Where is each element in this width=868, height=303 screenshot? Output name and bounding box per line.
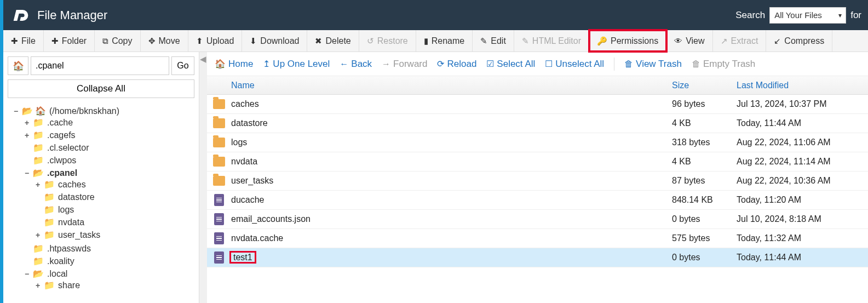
- file-size: 87 bytes: [672, 176, 737, 186]
- file-modified: Today, 11:44 AM: [737, 118, 868, 128]
- file-name: nvdata: [231, 157, 672, 167]
- nav-reload[interactable]: ⟳Reload: [437, 59, 476, 70]
- tree-node-label: datastore: [58, 192, 95, 202]
- tree-node[interactable]: +📁share: [34, 280, 194, 290]
- html-editor-button[interactable]: ✎HTML Editor: [514, 30, 589, 52]
- path-input[interactable]: [31, 56, 169, 75]
- nav-home[interactable]: 🏠Home: [215, 59, 253, 70]
- tree-node[interactable]: 📁.koality: [23, 256, 194, 266]
- nav-up-one-level[interactable]: ↥Up One Level: [263, 59, 330, 70]
- home-button[interactable]: 🏠: [8, 56, 28, 75]
- file-modified: Today, 11:20 AM: [737, 195, 868, 205]
- tree-node[interactable]: 📁datastore: [34, 192, 194, 202]
- edit-button[interactable]: ✎Edit: [473, 30, 514, 52]
- tree-node-label: nvdata: [58, 218, 84, 227]
- sidebar: 🏠 Go Collapse All −📂🏠(/home/bknskhan)+📁.…: [3, 52, 199, 303]
- tree-node[interactable]: 📁logs: [34, 204, 194, 215]
- view-button[interactable]: 👁View: [666, 30, 712, 52]
- restore-button[interactable]: ↺Restore: [359, 30, 416, 52]
- tree-root-node[interactable]: −📂🏠(/home/bknskhan): [12, 106, 194, 116]
- for-label: for: [850, 10, 861, 21]
- file-name: logs: [231, 138, 672, 147]
- nav-select-all[interactable]: ☑Select All: [486, 59, 535, 70]
- tree-node-label: logs: [58, 205, 74, 215]
- file-name: datastore: [231, 118, 672, 128]
- file-name: nvdata.cache: [231, 233, 672, 243]
- table-row[interactable]: user_tasks87 bytesAug 22, 2024, 10:36 AM: [207, 171, 868, 191]
- upload-icon: ⬆: [196, 36, 203, 46]
- eye-icon: 👁: [674, 36, 682, 45]
- table-row[interactable]: logs318 bytesAug 22, 2024, 11:06 AM: [207, 133, 868, 152]
- folder-open-icon: 📂: [22, 106, 33, 116]
- nav-empty-trash[interactable]: 🗑Empty Trash: [692, 59, 755, 70]
- splitter[interactable]: ◀: [199, 52, 207, 303]
- up-arrow-icon: ↥: [263, 59, 270, 69]
- expand-toggle[interactable]: +: [34, 281, 42, 290]
- table-row[interactable]: nvdata4 KBAug 22, 2024, 11:14 AM: [207, 152, 868, 171]
- tree-node[interactable]: 📁.htpasswds: [23, 243, 194, 254]
- download-icon: ⬇: [250, 36, 257, 46]
- expand-toggle[interactable]: −: [23, 270, 31, 278]
- nav-separator: [614, 58, 614, 71]
- file-size: 318 bytes: [672, 138, 737, 147]
- file-button[interactable]: ✚File: [3, 30, 44, 52]
- folder-tree: −📂🏠(/home/bknskhan)+📁.cache+📁.cagefs📁.cl…: [8, 105, 194, 294]
- home-icon: 🏠: [13, 60, 24, 72]
- tree-node[interactable]: 📁.cl.selector: [23, 142, 194, 153]
- file-name: caches: [231, 99, 672, 109]
- nav-forward[interactable]: →Forward: [382, 59, 427, 70]
- expand-toggle[interactable]: −: [23, 169, 31, 178]
- table-row[interactable]: caches96 bytesJul 13, 2024, 10:37 PM: [207, 95, 868, 114]
- tree-node-label: user_tasks: [58, 230, 100, 240]
- expand-toggle[interactable]: +: [34, 180, 42, 189]
- plus-icon: ✚: [11, 36, 18, 46]
- nav-back[interactable]: ←Back: [340, 59, 372, 70]
- file-modified: Jul 10, 2024, 8:18 AM: [737, 214, 868, 224]
- move-button[interactable]: ✥Move: [141, 30, 188, 52]
- tree-node[interactable]: −📂.cpanel: [23, 168, 194, 178]
- delete-button[interactable]: ✖Delete: [307, 30, 359, 52]
- file-name: user_tasks: [231, 176, 672, 186]
- home-icon: 🏠: [35, 106, 46, 116]
- col-name[interactable]: Name: [207, 81, 672, 90]
- upload-button[interactable]: ⬆Upload: [188, 30, 243, 52]
- tree-node[interactable]: −📂.local: [23, 268, 194, 279]
- file-modified: Today, 11:32 AM: [737, 233, 868, 243]
- expand-toggle[interactable]: +: [23, 118, 31, 127]
- tree-node[interactable]: +📁.cagefs: [23, 130, 194, 140]
- copy-button[interactable]: ⧉Copy: [95, 30, 140, 52]
- table-row[interactable]: nvdata.cache575 bytesToday, 11:32 AM: [207, 229, 868, 248]
- tree-node[interactable]: 📁nvdata: [34, 217, 194, 227]
- right-arrow-icon: →: [382, 59, 390, 69]
- search-scope-select[interactable]: All Your Files: [769, 7, 846, 24]
- table-row[interactable]: ducache848.14 KBToday, 11:20 AM: [207, 191, 868, 210]
- file-icon: [214, 194, 224, 206]
- table-row[interactable]: email_accounts.json0 bytesJul 10, 2024, …: [207, 210, 868, 229]
- download-button[interactable]: ⬇Download: [242, 30, 307, 52]
- table-row[interactable]: datastore4 KBToday, 11:44 AM: [207, 114, 868, 133]
- tree-node-label: caches: [58, 180, 86, 190]
- col-modified[interactable]: Last Modified: [737, 81, 868, 90]
- collapse-all-button[interactable]: Collapse All: [8, 79, 194, 98]
- tree-node-label: .cpanel: [47, 168, 77, 178]
- file-name: ducache: [231, 195, 672, 205]
- expand-toggle[interactable]: +: [23, 131, 31, 140]
- table-row[interactable]: test10 bytesToday, 11:44 AM: [207, 248, 868, 267]
- folder-icon: 📁: [33, 256, 44, 266]
- folder-icon: [213, 157, 225, 167]
- tree-node-label: .cache: [47, 118, 73, 128]
- expand-toggle[interactable]: +: [34, 231, 42, 239]
- folder-button[interactable]: ✚Folder: [44, 30, 95, 52]
- tree-node[interactable]: +📁user_tasks: [34, 230, 194, 240]
- tree-node[interactable]: 📁.clwpos: [23, 155, 194, 165]
- nav-view-trash[interactable]: 🗑View Trash: [624, 59, 682, 70]
- nav-unselect-all[interactable]: ☐Unselect All: [545, 59, 604, 70]
- compress-button[interactable]: ↙Compress: [766, 30, 832, 52]
- permissions-button[interactable]: 🔑Permissions: [589, 30, 666, 52]
- extract-button[interactable]: ↗Extract: [713, 30, 767, 52]
- rename-button[interactable]: ▮Rename: [416, 30, 473, 52]
- tree-node[interactable]: +📁.cache: [23, 117, 194, 128]
- col-size[interactable]: Size: [672, 81, 737, 90]
- tree-node[interactable]: +📁caches: [34, 179, 194, 190]
- go-button[interactable]: Go: [171, 56, 194, 75]
